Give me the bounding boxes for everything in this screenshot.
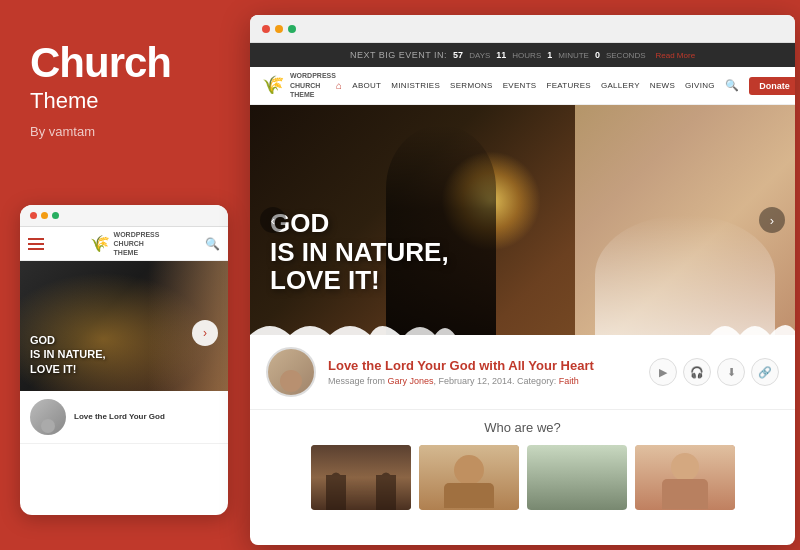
event-seconds-unit: SECONDS (606, 51, 646, 60)
message-section: Love the Lord Your God with All Your Hea… (250, 335, 795, 410)
nav-sermons[interactable]: SERMONS (450, 81, 493, 90)
event-bar: NEXT BIG EVENT IN: 57 DAYS 11 HOURS 1 MI… (250, 43, 795, 67)
desktop-logo: 🌾 WORDPRESSCHURCHTHEME (262, 71, 336, 100)
who-image-3 (527, 445, 627, 510)
mobile-dot-yellow (41, 212, 48, 219)
mobile-message-card: Love the Lord Your God (20, 391, 228, 444)
app-subtitle: Theme (30, 88, 215, 114)
hero-bottom-decor (250, 317, 795, 335)
nav-search-icon[interactable]: 🔍 (725, 79, 739, 92)
who-images (266, 445, 779, 510)
desktop-hero: GOD IS IN NATURE, LOVE IT! ‹ › (250, 105, 795, 335)
desktop-top-bar (250, 15, 795, 43)
mobile-logo-text: WORDPRESSCHURCHTHEME (114, 230, 160, 257)
message-title[interactable]: Love the Lord Your God with All Your Hea… (328, 358, 637, 373)
hero-line2: IS IN NATURE, (270, 238, 449, 267)
hero-line3: LOVE IT! (270, 266, 449, 295)
nav-features[interactable]: FEATURES (546, 81, 590, 90)
event-minutes-unit: MINUTE (558, 51, 589, 60)
desktop-nav: 🌾 WORDPRESSCHURCHTHEME ⌂ ABOUT MINISTRIE… (250, 67, 795, 105)
event-minutes-value: 1 (547, 50, 552, 60)
nav-ministries[interactable]: MINISTRIES (391, 81, 440, 90)
mobile-avatar-head (41, 419, 55, 433)
left-panel: Church Theme By vamtam 🌾 WORDPRESSCHURCH… (0, 0, 245, 550)
event-hours-unit: HOURS (512, 51, 541, 60)
event-seconds-value: 0 (595, 50, 600, 60)
hamburger-icon[interactable] (28, 238, 44, 250)
nav-events[interactable]: EVENTS (503, 81, 537, 90)
mobile-nav: 🌾 WORDPRESSCHURCHTHEME 🔍 (20, 227, 228, 261)
event-days-value: 57 (453, 50, 463, 60)
who-title: Who are we? (266, 420, 779, 435)
hero-next-arrow[interactable]: › (759, 207, 785, 233)
event-label: NEXT BIG EVENT IN: (350, 50, 447, 60)
nav-links: ⌂ ABOUT MINISTRIES SERMONS EVENTS FEATUR… (336, 77, 795, 95)
nav-logo-text: WORDPRESSCHURCHTHEME (290, 71, 336, 100)
message-avatar (266, 347, 316, 397)
message-download-icon[interactable]: ⬇ (717, 358, 745, 386)
message-headphone-icon[interactable]: 🎧 (683, 358, 711, 386)
desktop-dot-red (262, 25, 270, 33)
mobile-top-bar (20, 205, 228, 227)
message-action-icons: ▶ 🎧 ⬇ 🔗 (649, 358, 779, 386)
mobile-card-title: Love the Lord Your God (74, 412, 165, 422)
nav-news[interactable]: NEWS (650, 81, 675, 90)
event-hours-value: 11 (496, 50, 506, 60)
donate-button[interactable]: Donate (749, 77, 795, 95)
by-line: By vamtam (30, 124, 215, 139)
desktop-dot-yellow (275, 25, 283, 33)
app-title: Church (30, 40, 215, 86)
message-link-icon[interactable]: 🔗 (751, 358, 779, 386)
wheat-icon: 🌾 (90, 234, 110, 253)
mobile-avatar (30, 399, 66, 435)
who-image-4 (635, 445, 735, 510)
nav-wheat-icon: 🌾 (262, 74, 284, 96)
nav-home-icon[interactable]: ⌂ (336, 80, 342, 91)
message-meta: Message from Gary Jones, February 12, 20… (328, 376, 637, 386)
who-section: Who are we? (250, 410, 795, 520)
message-content: Love the Lord Your God with All Your Hea… (328, 358, 637, 386)
mobile-mockup: 🌾 WORDPRESSCHURCHTHEME 🔍 GOD IS IN NATUR… (20, 205, 228, 515)
who-image-2 (419, 445, 519, 510)
message-play-icon[interactable]: ▶ (649, 358, 677, 386)
nav-about[interactable]: ABOUT (352, 81, 381, 90)
message-category: Faith (559, 376, 579, 386)
hero-line1: GOD (270, 209, 449, 238)
message-author: Gary Jones (388, 376, 434, 386)
event-days-unit: DAYS (469, 51, 490, 60)
mobile-dot-red (30, 212, 37, 219)
mobile-logo: 🌾 WORDPRESSCHURCHTHEME (90, 230, 160, 257)
mobile-next-arrow[interactable]: › (192, 320, 218, 346)
avatar-head (280, 370, 302, 392)
hero-prev-arrow[interactable]: ‹ (260, 207, 286, 233)
nav-giving[interactable]: GIVING (685, 81, 715, 90)
event-read-more[interactable]: Read More (656, 51, 696, 60)
nav-gallery[interactable]: GALLERY (601, 81, 640, 90)
desktop-dot-green (288, 25, 296, 33)
mobile-hero-text: GOD IS IN NATURE, LOVE IT! (30, 333, 106, 376)
mobile-search-icon[interactable]: 🔍 (205, 237, 220, 251)
mobile-dot-green (52, 212, 59, 219)
mobile-hero: GOD IS IN NATURE, LOVE IT! › (20, 261, 228, 391)
who-image-1 (311, 445, 411, 510)
desktop-mockup: NEXT BIG EVENT IN: 57 DAYS 11 HOURS 1 MI… (250, 15, 795, 545)
hero-text: GOD IS IN NATURE, LOVE IT! (270, 209, 449, 295)
